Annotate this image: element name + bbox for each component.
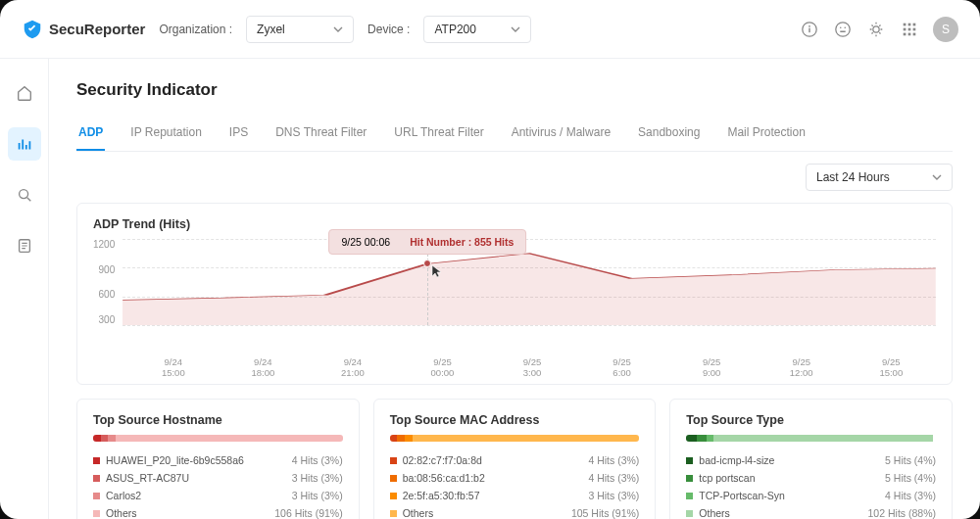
list-item[interactable]: ba:08:56:ca:d1:b24 Hits (3%) [390,469,640,487]
brand-logo: SecuReporter [22,19,145,40]
svg-rect-2 [808,27,809,32]
tab-ips[interactable]: IPS [227,116,250,151]
svg-point-3 [836,22,850,35]
topbar-actions: S [800,17,958,42]
panel-title: Top Source MAC Address [390,413,640,427]
list-item[interactable]: Others106 Hits (91%) [93,504,343,519]
sidebar-item-search[interactable] [8,178,41,212]
list-item[interactable]: Others105 Hits (91%) [390,504,640,519]
color-swatch [390,475,397,482]
panel-top-source-hostname: Top Source HostnameHUAWEI_P20_lite-6b9c5… [76,399,360,519]
panel-row-1: Top Source HostnameHUAWEI_P20_lite-6b9c5… [76,399,953,519]
chart-tooltip: 9/25 00:06 Hit Number : 855 Hits [328,229,526,255]
tab-ip-reputation[interactable]: IP Reputation [128,116,204,151]
chevron-down-icon [333,24,343,34]
color-swatch [93,510,100,517]
avatar[interactable]: S [933,17,958,42]
color-swatch [390,493,397,499]
svg-rect-7 [908,23,911,25]
device-value: ATP200 [434,23,475,36]
color-swatch [93,493,100,499]
tab-sandboxing[interactable]: Sandboxing [636,116,702,151]
chevron-down-icon [511,24,520,34]
color-swatch [686,493,693,499]
panel-title: Top Source Hostname [93,413,343,427]
gear-icon[interactable] [866,20,886,39]
topbar: SecuReporter Organization : Zyxel Device… [0,0,980,59]
sidebar-item-home[interactable] [8,76,41,110]
svg-rect-9 [904,27,906,30]
cursor-icon [429,263,445,279]
main-content: Security Indicator ADPIP ReputationIPSDN… [49,59,980,519]
org-label: Organization : [159,23,232,36]
list-item[interactable]: bad-icmp-l4-size5 Hits (4%) [686,451,936,469]
panel-title: Top Source Type [686,413,936,427]
chart-y-labels: 1200900600300 [93,239,122,325]
info-icon[interactable] [800,20,819,39]
list-item[interactable]: HUAWEI_P20_lite-6b9c558a64 Hits (3%) [93,451,343,469]
tab-antivirus-malware[interactable]: Antivirus / Malware [510,116,612,151]
color-swatch [686,510,693,517]
color-swatch [686,475,693,482]
list-item[interactable]: 2e:5f:a5:30:fb:573 Hits (3%) [390,487,640,504]
svg-rect-8 [913,23,916,25]
svg-point-4 [840,26,842,28]
shield-icon [22,19,43,40]
sidebar-item-analytics[interactable] [8,127,41,161]
device-label: Device : [368,23,410,36]
svg-point-1 [808,24,810,26]
svg-line-20 [26,198,30,202]
list-item[interactable]: ASUS_RT-AC87U3 Hits (3%) [93,469,343,487]
distribution-bar [390,435,640,442]
color-swatch [93,457,100,464]
tab-url-threat-filter[interactable]: URL Threat Filter [392,116,485,151]
color-swatch [93,475,100,482]
svg-point-19 [19,190,27,199]
chart-x-labels: 9/2415:009/2418:009/2421:009/2500:009/25… [93,356,936,378]
svg-rect-12 [904,32,906,35]
chart-plot[interactable]: 9/25 00:06 Hit Number : 855 Hits [122,239,936,325]
face-icon[interactable] [833,20,853,39]
panel-top-source-type: Top Source Typebad-icmp-l4-size5 Hits (4… [669,399,953,519]
brand-name: SecuReporter [49,21,145,37]
color-swatch [390,457,397,464]
svg-rect-14 [913,32,916,35]
list-item[interactable]: tcp portscan5 Hits (4%) [686,469,936,487]
tab-bar: ADPIP ReputationIPSDNS Threat FilterURL … [76,116,953,152]
list-item[interactable]: Carlos23 Hits (3%) [93,487,343,504]
app-window: SecuReporter Organization : Zyxel Device… [0,0,980,519]
tab-dns-threat-filter[interactable]: DNS Threat Filter [273,116,368,151]
distribution-bar [93,435,343,442]
panel-top-source-mac-address: Top Source MAC Address02:82:c7:f7:0a:8d4… [373,399,657,519]
sidebar-item-report[interactable] [8,229,41,262]
svg-rect-11 [913,27,916,30]
chart-card: ADP Trend (Hits) 1200900600300 9/25 00:0… [76,203,953,385]
sidebar [0,59,49,519]
chevron-down-icon [932,172,942,182]
color-swatch [686,457,693,464]
apps-icon[interactable] [900,20,919,39]
list-item[interactable]: Others102 Hits (88%) [686,504,936,519]
color-swatch [390,510,397,517]
tab-mail-protection[interactable]: Mail Protection [725,116,807,151]
page-title: Security Indicator [76,80,953,100]
list-item[interactable]: 02:82:c7:f7:0a:8d4 Hits (3%) [390,451,640,469]
svg-point-5 [844,26,846,28]
list-item[interactable]: TCP-Portscan-Syn4 Hits (3%) [686,487,936,504]
org-select[interactable]: Zyxel [246,16,354,43]
svg-rect-6 [904,23,906,25]
distribution-bar [686,435,936,442]
org-value: Zyxel [257,23,285,36]
time-range-select[interactable]: Last 24 Hours [806,164,953,191]
svg-rect-13 [908,32,911,35]
tab-adp[interactable]: ADP [76,116,105,151]
svg-rect-10 [908,27,911,30]
device-select[interactable]: ATP200 [423,16,531,43]
